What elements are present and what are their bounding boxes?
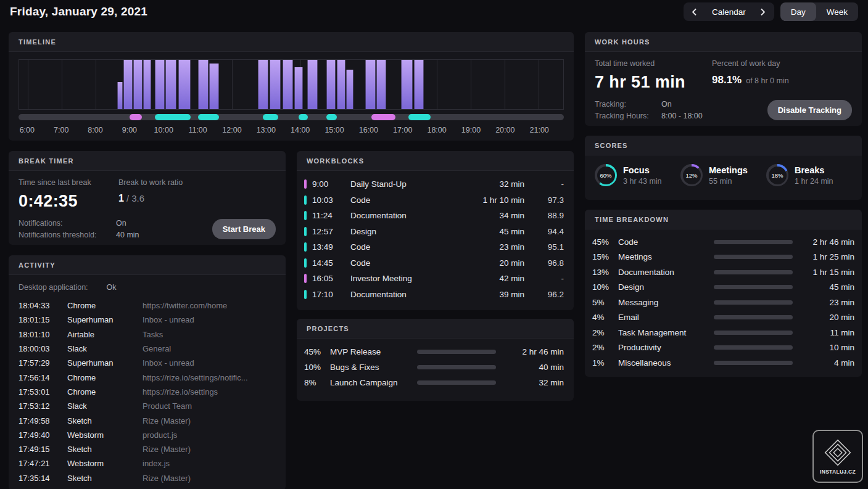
workblock-color-chip (304, 242, 307, 252)
timeline-bar[interactable] (133, 60, 143, 109)
workblock-row[interactable]: 13:49 Code 23 min 95.1 (304, 239, 564, 255)
timeline-bar[interactable] (326, 60, 336, 109)
timeline-bar[interactable] (178, 60, 191, 109)
timeline-bar[interactable] (401, 60, 413, 109)
project-name: MVP Release (330, 347, 417, 356)
timeline-bar[interactable] (209, 64, 220, 109)
timeline-bar[interactable] (346, 70, 353, 109)
disable-tracking-button[interactable]: Disable Tracking (767, 100, 852, 120)
timeline-bar[interactable] (414, 60, 424, 109)
workblock-row[interactable]: 11:24 Documentation 34 min 88.9 (304, 208, 564, 224)
timeline-bar[interactable] (143, 60, 151, 109)
workblock-name: Daily Stand-Up (350, 179, 455, 189)
calendar-button[interactable]: Calendar (703, 7, 754, 17)
desktop-application-status: Ok (107, 283, 117, 292)
timeline-magenta-segment[interactable] (371, 114, 395, 120)
workblock-row[interactable]: 10:03 Code 1 hr 10 min 97.3 (304, 192, 564, 208)
workblock-time: 13:49 (312, 242, 350, 252)
category-percent: 4% (592, 313, 618, 322)
project-bar (417, 380, 496, 385)
project-duration: 2 hr 46 min (496, 347, 564, 356)
activity-row: 17:56:14 Chrome https://rize.io/settings… (19, 370, 276, 384)
workblock-row[interactable]: 9:00 Daily Stand-Up 32 min - (304, 176, 564, 192)
day-toggle-button[interactable]: Day (780, 2, 816, 21)
workblock-row[interactable]: 16:05 Investor Meeting 42 min - (304, 271, 564, 287)
category-duration: 11 min (793, 328, 854, 337)
timeline-hour-label: 21:00 (530, 126, 549, 134)
activity-row: 17:53:01 Chrome https://rize.io/settings (19, 385, 276, 399)
category-duration: 4 min (793, 358, 854, 368)
timeline-bar[interactable] (365, 60, 376, 109)
timeline-cyan-segment[interactable] (326, 114, 337, 120)
timeline-cyan-segment[interactable] (299, 114, 308, 120)
timeline-chart[interactable] (19, 59, 564, 110)
project-percent: 8% (304, 378, 330, 387)
activity-time: 17:49:58 (19, 416, 67, 425)
timeline-bar[interactable] (258, 60, 268, 109)
score-percent: 12% (685, 172, 697, 179)
activity-row: 17:49:40 Webstorm product.js (19, 428, 276, 442)
week-toggle-button[interactable]: Week (816, 2, 858, 21)
timeline-bar[interactable] (294, 67, 303, 109)
timeline-bar[interactable] (283, 60, 293, 109)
timeline-cyan-segment[interactable] (155, 114, 191, 120)
category-duration: 45 min (793, 282, 854, 292)
scores-title: SCORES (585, 136, 862, 155)
activity-row: 17:47:21 Webstorm index.js (19, 456, 276, 471)
timeline-bar[interactable] (376, 60, 386, 109)
category-percent: 5% (592, 298, 618, 307)
timeline-bar[interactable] (198, 60, 209, 109)
workblock-row[interactable]: 14:45 Code 20 min 96.8 (304, 255, 564, 271)
category-name: Productivity (618, 343, 714, 352)
workblock-row[interactable]: 12:57 Design 45 min 94.4 (304, 224, 564, 240)
start-break-button[interactable]: Start Break (212, 219, 276, 239)
score-duration: 1 hr 24 min (795, 177, 833, 186)
category-bar (714, 361, 793, 365)
workblock-time: 14:45 (312, 258, 350, 268)
project-row: 8% Launch Campaign 32 min (304, 375, 564, 390)
category-bar (714, 255, 793, 259)
previous-day-button[interactable] (686, 3, 703, 20)
timeline-hour-label: 8:00 (88, 126, 102, 134)
time-breakdown-row: 1% Miscellaneous 4 min (592, 355, 854, 371)
activity-row: 17:57:29 Superhuman Inbox - unread (19, 356, 276, 370)
timeline-bar[interactable] (123, 60, 133, 109)
timeline-bar[interactable] (117, 82, 123, 109)
chevron-right-icon (760, 8, 766, 16)
workblock-time: 16:05 (312, 274, 350, 283)
activity-app: Sketch (67, 474, 143, 483)
notifications-threshold-label: Notifications threshold: (19, 231, 116, 239)
workblocks-panel: WORKBLOCKS 9:00 Daily Stand-Up 32 min - (297, 151, 574, 310)
timeline-cyan-segment[interactable] (408, 114, 431, 120)
timeline-bar[interactable] (155, 60, 164, 109)
workblock-row[interactable]: 17:10 Documentation 39 min 96.2 (304, 287, 564, 303)
timeline-bar[interactable] (337, 60, 345, 109)
category-name: Miscellaneous (618, 358, 714, 368)
time-since-break-label: Time since last break (19, 178, 118, 187)
workblock-name: Code (350, 242, 455, 252)
timeline-bar[interactable] (165, 60, 176, 109)
activity-detail: Product Team (143, 401, 276, 411)
category-name: Task Management (618, 328, 714, 337)
desktop-application-label: Desktop application: (19, 283, 88, 292)
workblock-time: 17:10 (312, 290, 350, 299)
category-name: Design (618, 282, 714, 292)
break-timer-panel: BREAK TIMER Time since last break 0:42:3… (9, 151, 286, 245)
next-day-button[interactable] (754, 3, 772, 20)
score-name: Breaks (795, 165, 833, 175)
score-item: 60% Focus 3 hr 43 min (595, 164, 680, 186)
activity-time: 17:56:14 (19, 373, 67, 382)
timeline-bar[interactable] (307, 60, 318, 109)
score-duration: 55 min (709, 177, 748, 186)
timeline-magenta-segment[interactable] (130, 114, 142, 120)
project-name: Bugs & Fixes (330, 363, 417, 372)
workblock-duration: 20 min (455, 258, 524, 268)
workblock-duration: 34 min (455, 211, 524, 220)
timeline-bars (19, 60, 563, 109)
page-title: Friday, January 29, 2021 (10, 5, 147, 18)
time-breakdown-row: 2% Task Management 11 min (592, 325, 854, 340)
timeline-cyan-segment[interactable] (263, 114, 278, 120)
timeline-cyan-segment[interactable] (198, 114, 219, 120)
workblock-time: 10:03 (312, 195, 350, 205)
timeline-bar[interactable] (270, 60, 281, 109)
